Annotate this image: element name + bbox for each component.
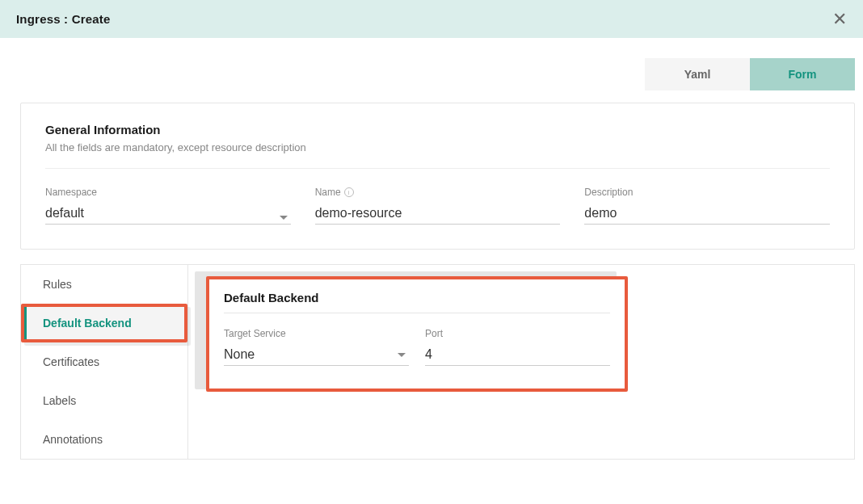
sidebar-item-default-backend[interactable]: Default Backend xyxy=(24,307,184,339)
description-label: Description xyxy=(584,187,830,198)
view-tabs: Yaml Form xyxy=(0,38,863,103)
target-service-group: Target Service None xyxy=(224,328,409,366)
target-service-value: None xyxy=(224,342,409,366)
description-input[interactable] xyxy=(584,201,830,225)
target-service-select[interactable]: None xyxy=(224,342,409,366)
port-label: Port xyxy=(425,328,610,339)
dialog-header: Ingress : Create ✕ xyxy=(0,0,863,38)
namespace-label: Namespace xyxy=(45,187,291,198)
sidebar-item-rules[interactable]: Rules xyxy=(21,265,187,304)
section-title: General Information xyxy=(45,123,830,136)
tab-yaml[interactable]: Yaml xyxy=(645,58,750,90)
backend-fields: Target Service None Port xyxy=(224,328,610,366)
name-label: Name i xyxy=(315,187,561,198)
settings-sidebar: Rules Default Backend Certificates Label… xyxy=(21,265,188,459)
divider xyxy=(45,168,830,169)
namespace-select[interactable]: default xyxy=(45,201,291,225)
panel-title: Default Backend xyxy=(224,291,610,304)
target-service-label: Target Service xyxy=(224,328,409,339)
content-panel: Default Backend Target Service None Port xyxy=(188,265,854,459)
close-icon[interactable]: ✕ xyxy=(832,10,847,28)
namespace-value: default xyxy=(45,201,291,225)
name-field-group: Name i xyxy=(315,187,561,225)
sidebar-item-certificates[interactable]: Certificates xyxy=(21,342,187,381)
panel-divider xyxy=(224,313,610,313)
highlight-wrap: Default Backend xyxy=(21,304,187,342)
highlight-border: Default Backend xyxy=(21,304,187,342)
sidebar-item-labels[interactable]: Labels xyxy=(21,381,187,420)
general-info-card: General Information All the fields are m… xyxy=(20,103,855,250)
namespace-field-group: Namespace default xyxy=(45,187,291,225)
fields-row: Namespace default Name i Description xyxy=(45,187,830,225)
port-group: Port xyxy=(425,328,610,366)
section-subtitle: All the fields are mandatory, except res… xyxy=(45,141,830,153)
tab-form[interactable]: Form xyxy=(750,58,855,90)
sidebar-item-annotations[interactable]: Annotations xyxy=(21,420,187,459)
default-backend-panel: Default Backend Target Service None Port xyxy=(206,276,628,392)
description-field-group: Description xyxy=(584,187,830,225)
name-input[interactable] xyxy=(315,201,561,225)
bottom-container: Rules Default Backend Certificates Label… xyxy=(20,264,855,460)
port-input[interactable] xyxy=(425,342,610,366)
info-icon[interactable]: i xyxy=(344,187,354,197)
dialog-title: Ingress : Create xyxy=(16,12,111,26)
name-label-text: Name xyxy=(315,187,341,198)
